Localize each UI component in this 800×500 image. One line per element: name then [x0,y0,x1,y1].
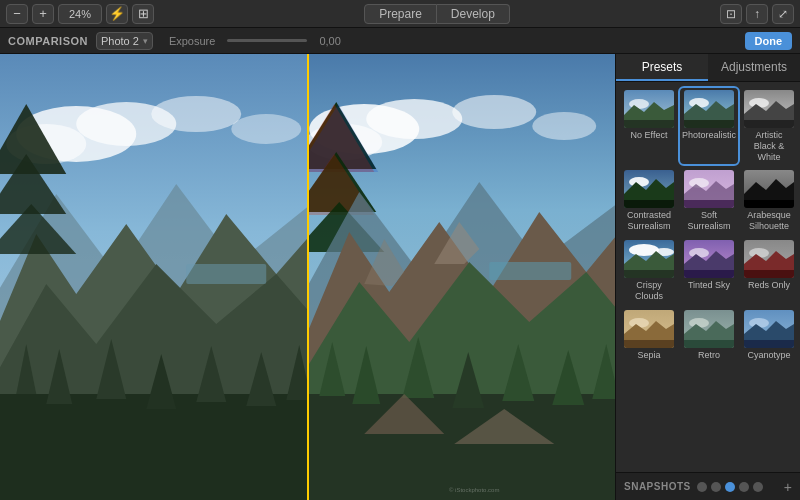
preset-label-tinted-sky: Tinted Sky [688,280,730,291]
preset-thumb-sepia [624,310,674,348]
develop-tab[interactable]: Develop [437,4,510,24]
preset-thumb-arabesque-silhouette [744,170,794,208]
preset-thumb-retro [684,310,734,348]
snapshot-dots [697,482,763,492]
svg-point-23 [366,99,462,139]
exposure-value: 0,00 [319,35,340,47]
preset-label-reds-only: Reds Only [748,280,790,291]
svg-point-26 [532,112,596,140]
snapshot-add-button[interactable]: + [784,480,792,494]
preset-label-cyanotype: Cyanotype [748,350,791,361]
svg-rect-38 [308,394,616,500]
snapshots-footer: SNAPSHOTS + [616,472,800,500]
panel-tabs: Presets Adjustments [616,54,800,82]
preset-soft-surrealism[interactable]: Soft Surrealism [680,168,738,234]
preset-no-effect[interactable]: No Effect [622,88,676,164]
preset-artistic-bw[interactable]: Artistic Black & White [742,88,796,164]
svg-rect-69 [684,200,734,208]
svg-rect-72 [744,200,794,208]
snapshot-dot-4[interactable] [739,482,749,492]
svg-rect-9 [0,394,308,500]
preset-tinted-sky[interactable]: Tinted Sky [680,238,738,304]
svg-point-5 [231,114,301,144]
preset-label-no-effect: No Effect [631,130,668,141]
svg-rect-53 [624,120,674,128]
right-panel: Presets Adjustments No Effect Photoreali… [615,54,800,500]
exposure-slider[interactable] [227,39,307,42]
preset-cyanotype[interactable]: Cyanotype [742,308,796,363]
toolbar-right: ⊡ ↑ ⤢ [720,4,794,24]
photo-area: © iStockphoto.com [0,54,615,500]
done-button[interactable]: Done [745,32,793,50]
top-toolbar: − + 24% ⚡ ⊞ Prepare Develop ⊡ ↑ ⤢ [0,0,800,28]
exposure-label: Exposure [169,35,215,47]
main-area: © iStockphoto.com Presets Adjustments No… [0,54,800,500]
preset-thumb-soft-surrealism [684,170,734,208]
preset-thumb-artistic-bw [744,90,794,128]
preset-thumb-photorealistic [684,90,734,128]
preset-sepia[interactable]: Sepia [622,308,676,363]
comparison-divider [307,54,309,500]
svg-rect-89 [624,340,674,348]
photo-selector[interactable]: Photo 2 ▾ [96,32,153,50]
preset-thumb-no-effect [624,90,674,128]
svg-rect-65 [624,200,674,208]
svg-rect-77 [624,270,674,278]
preset-thumb-reds-only [744,240,794,278]
preset-contrasted-surrealism[interactable]: Contrasted Surrealism [622,168,676,234]
photo-right: © iStockphoto.com [308,54,616,500]
comparison-label: COMPARISON [8,35,88,47]
fullscreen-button[interactable]: ⤢ [772,4,794,24]
svg-text:© iStockphoto.com: © iStockphoto.com [449,487,499,493]
svg-rect-85 [744,270,794,278]
presets-grid: No Effect Photorealistic Artistic Black … [616,82,800,472]
svg-rect-20 [186,264,266,284]
svg-rect-61 [744,120,794,128]
preset-thumb-cyanotype [744,310,794,348]
svg-rect-46 [489,262,571,280]
preset-label-photorealistic: Photorealistic [682,130,736,141]
svg-point-25 [452,95,536,129]
preset-arabesque-silhouette[interactable]: Arabesque Silhouette [742,168,796,234]
window-button[interactable]: ⊡ [720,4,742,24]
svg-rect-97 [744,340,794,348]
preset-photorealistic[interactable]: Photorealistic [680,88,738,164]
preset-thumb-contrasted-surrealism [624,170,674,208]
lightning-button[interactable]: ⚡ [106,4,128,24]
preset-thumb-crispy-clouds [624,240,674,278]
snapshot-dot-3[interactable] [725,482,735,492]
tab-presets[interactable]: Presets [616,54,708,81]
svg-point-4 [151,96,241,132]
svg-rect-93 [684,340,734,348]
share-button[interactable]: ↑ [746,4,768,24]
photo-selector-label: Photo 2 [101,35,139,47]
tab-adjustments[interactable]: Adjustments [708,54,800,81]
preset-label-contrasted-surrealism: Contrasted Surrealism [624,210,674,232]
zoom-out-button[interactable]: − [6,4,28,24]
snapshot-dot-2[interactable] [711,482,721,492]
preset-retro[interactable]: Retro [680,308,738,363]
preset-label-crispy-clouds: Crispy Clouds [624,280,674,302]
preset-reds-only[interactable]: Reds Only [742,238,796,304]
snapshots-label: SNAPSHOTS [624,481,691,492]
photo-left [0,54,308,500]
snapshot-dot-5[interactable] [753,482,763,492]
layout-button[interactable]: ⊞ [132,4,154,24]
preset-label-retro: Retro [698,350,720,361]
preset-label-arabesque-silhouette: Arabesque Silhouette [744,210,794,232]
svg-rect-81 [684,270,734,278]
preset-thumb-tinted-sky [684,240,734,278]
zoom-in-button[interactable]: + [32,4,54,24]
chevron-down-icon: ▾ [143,36,148,46]
snapshot-dot-1[interactable] [697,482,707,492]
secondary-toolbar: COMPARISON Photo 2 ▾ Exposure 0,00 Done [0,28,800,54]
preset-label-artistic-bw: Artistic Black & White [744,130,794,162]
preset-crispy-clouds[interactable]: Crispy Clouds [622,238,676,304]
preset-label-sepia: Sepia [637,350,660,361]
photo-comparison: © iStockphoto.com [0,54,615,500]
prepare-tab[interactable]: Prepare [364,4,437,24]
zoom-level-button[interactable]: 24% [58,4,102,24]
svg-rect-57 [684,120,734,128]
preset-label-soft-surrealism: Soft Surrealism [682,210,736,232]
